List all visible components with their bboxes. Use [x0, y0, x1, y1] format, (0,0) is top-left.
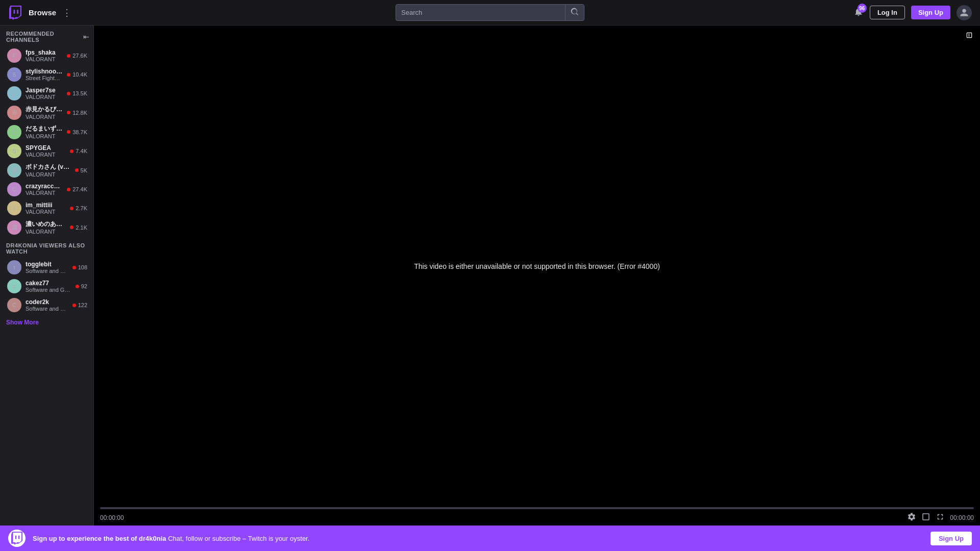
video-settings-button[interactable] — [907, 512, 916, 523]
channel-avatar: C — [7, 182, 21, 196]
viewer-count: 5K — [81, 167, 87, 173]
channel-info: cakez77 Software and Gam... — [26, 280, 71, 293]
show-more-button[interactable]: Show More — [0, 315, 93, 330]
search-bar — [396, 4, 584, 21]
channel-game: VALORANT — [26, 133, 63, 139]
banner-bold-text: Sign up to experience the best of dr4k0n… — [33, 535, 166, 542]
channel-game: VALORANT — [26, 56, 63, 62]
live-indicator — [67, 73, 70, 77]
search-button[interactable] — [565, 5, 584, 20]
viewer-count: 38.7K — [72, 129, 87, 135]
signup-button[interactable]: Sign Up — [911, 6, 950, 19]
channel-name: ボドカさん (vodka… — [26, 163, 71, 171]
channel-info: ボドカさん (vodka… VALORANT — [26, 163, 71, 178]
channel-viewers: 5K — [75, 167, 87, 173]
channel-avatar: S — [7, 67, 21, 82]
viewer-count: 122 — [78, 302, 87, 308]
channel-avatar: S — [7, 144, 21, 158]
channel-info: fps_shaka VALORANT — [26, 49, 63, 62]
video-collapse-button[interactable] — [963, 30, 976, 42]
channel-item-SPYGEA[interactable]: S SPYGEA VALORANT 7.4K — [2, 142, 91, 160]
channel-info: crazyraccoon406 VALORANT — [26, 183, 63, 196]
recommended-channels-list: F fps_shaka VALORANT 27.6K S stylishnoob… — [0, 46, 93, 237]
sidebar: RECOMMENDED CHANNELS ⇤ F fps_shaka VALOR… — [0, 26, 94, 551]
channel-game: VALORANT — [26, 94, 63, 100]
channel-game: VALORANT — [26, 190, 63, 196]
notifications-button[interactable]: 96 — [853, 7, 864, 18]
video-progress-bar[interactable] — [100, 507, 974, 509]
channel-item-akam[interactable]: 赤 赤見かるび (akam... VALORANT 12.8K — [2, 103, 91, 122]
main-layout: RECOMMENDED CHANNELS ⇤ F fps_shaka VALOR… — [0, 26, 980, 551]
channel-name: im_mittiii — [26, 202, 66, 209]
notification-count: 96 — [857, 4, 867, 13]
channel-info: im_mittiii VALORANT — [26, 202, 66, 215]
video-fullscreen-button[interactable] — [936, 512, 945, 523]
twitch-logo[interactable] — [8, 6, 22, 20]
viewer-count: 12.8K — [72, 110, 87, 116]
channel-item-kon[interactable]: 濃 濃いめのあかりん (… VALORANT 2.1K — [2, 218, 91, 237]
live-indicator — [67, 130, 70, 134]
channel-game: Software and Gam... — [26, 306, 68, 312]
channel-game: VALORANT — [26, 114, 63, 120]
channel-item-fps_shaka[interactable]: F fps_shaka VALORANT 27.6K — [2, 46, 91, 65]
more-options-icon[interactable]: ⋮ — [62, 7, 71, 18]
channel-avatar: c — [7, 279, 21, 293]
banner-signup-button[interactable]: Sign Up — [930, 532, 972, 545]
video-time-left: 00:00:00 — [100, 514, 124, 521]
channel-item-togglebit[interactable]: t togglebit Software and Gam... 108 — [2, 258, 91, 277]
video-player: This video is either unavailable or not … — [94, 26, 980, 507]
channel-info: stylishnoob4 Street Fighter 6 — [26, 68, 63, 81]
channel-info: だるまいずごっど… VALORANT — [26, 124, 63, 139]
viewer-count: 10.4K — [72, 71, 87, 78]
recommended-channels-header: RECOMMENDED CHANNELS ⇤ — [0, 26, 93, 46]
channel-viewers: 7.4K — [70, 148, 87, 154]
channel-item-dar[interactable]: だ だるまいずごっど… VALORANT 38.7K — [2, 122, 91, 141]
channel-avatar: t — [7, 260, 21, 274]
channel-viewers: 122 — [72, 302, 87, 308]
channel-game: Street Fighter 6 — [26, 75, 63, 81]
channel-item-Jasper7se[interactable]: J Jasper7se VALORANT 13.5K — [2, 84, 91, 103]
channel-avatar: F — [7, 48, 21, 63]
channel-viewers: 108 — [72, 264, 87, 270]
channel-avatar: 濃 — [7, 220, 21, 235]
video-controls: 00:00:00 — [94, 507, 980, 528]
also-watch-list: t togglebit Software and Gam... 108 c ca… — [0, 258, 93, 314]
viewer-count: 2.1K — [76, 224, 87, 231]
also-watch-header: DR4KONIA VIEWERS ALSO WATCH — [0, 237, 93, 258]
video-layout-button[interactable] — [921, 512, 930, 523]
banner-rest-text: Chat, follow or subscribe – Twitch is yo… — [166, 535, 310, 542]
channel-item-vodka[interactable]: ボ ボドカさん (vodka… VALORANT 5K — [2, 161, 91, 180]
sidebar-collapse-button[interactable]: ⇤ — [83, 33, 89, 41]
channel-info: coder2k Software and Gam... — [26, 298, 68, 312]
login-button[interactable]: Log In — [870, 6, 905, 19]
live-indicator — [70, 207, 74, 210]
browse-label[interactable]: Browse — [29, 8, 56, 17]
video-time-right: 00:00:00 — [950, 514, 974, 521]
channel-game: VALORANT — [26, 229, 66, 235]
channel-viewers: 27.6K — [67, 53, 87, 59]
channel-item-crazyraccoon406[interactable]: C crazyraccoon406 VALORANT 27.4K — [2, 180, 91, 198]
channel-name: coder2k — [26, 298, 68, 306]
channel-viewers: 92 — [76, 283, 87, 289]
channel-game: VALORANT — [26, 209, 66, 215]
channel-item-cakez77[interactable]: c cakez77 Software and Gam... 92 — [2, 277, 91, 295]
top-navigation: Browse ⋮ 96 Log In Sign Up — [0, 0, 980, 26]
channel-game: VALORANT — [26, 171, 71, 178]
video-controls-row: 00:00:00 — [100, 512, 974, 523]
live-indicator — [67, 54, 70, 58]
channel-item-im_mittiii[interactable]: i im_mittiii VALORANT 2.7K — [2, 199, 91, 217]
channel-game: Software and Gam... — [26, 287, 71, 293]
channel-name: Jasper7se — [26, 87, 63, 94]
channel-viewers: 13.5K — [67, 90, 87, 96]
channel-item-stylishnoob4[interactable]: S stylishnoob4 Street Fighter 6 10.4K — [2, 65, 91, 84]
channel-viewers: 12.8K — [67, 110, 87, 116]
avatar[interactable] — [957, 5, 972, 20]
channel-avatar: J — [7, 86, 21, 101]
search-input[interactable] — [396, 6, 565, 19]
channel-item-coder2k[interactable]: C coder2k Software and Gam... 122 — [2, 296, 91, 314]
viewer-count: 2.7K — [76, 205, 87, 211]
video-controls-right: 00:00:00 — [907, 512, 974, 523]
live-indicator — [75, 168, 79, 172]
channel-name: SPYGEA — [26, 144, 66, 152]
channel-name: togglebit — [26, 261, 68, 268]
